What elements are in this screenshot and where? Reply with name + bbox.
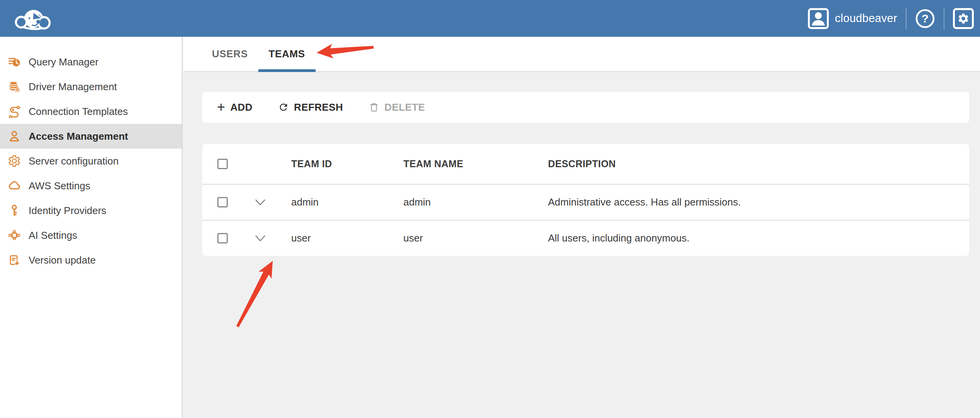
version-update-icon — [8, 254, 21, 267]
plus-icon: + — [217, 102, 225, 113]
table-header-row: TEAM ID TEAM NAME DESCRIPTION — [202, 144, 969, 185]
divider — [906, 8, 907, 29]
row-checkbox[interactable] — [217, 233, 228, 243]
column-header-team-name: TEAM NAME — [393, 158, 537, 170]
sidebar-item-connection-templates[interactable]: Connection Templates — [0, 99, 182, 124]
add-button-label: ADD — [230, 101, 253, 113]
user-avatar-icon — [808, 8, 829, 29]
connection-templates-icon — [8, 105, 21, 118]
delete-button-label: DELETE — [384, 101, 425, 113]
refresh-button[interactable]: REFRESH — [278, 101, 343, 113]
select-all-checkbox[interactable] — [217, 159, 228, 169]
main-content: USERS TEAMS + ADD REFRESH — [183, 37, 980, 418]
sidebar-item-label: Driver Management — [29, 81, 117, 93]
chevron-down-icon[interactable] — [254, 199, 280, 206]
identity-providers-icon — [8, 204, 21, 217]
user-name-label: cloudbeaver — [835, 12, 897, 25]
cloudbeaver-logo — [13, 3, 55, 34]
refresh-button-label: REFRESH — [294, 101, 343, 113]
sidebar-item-driver-management[interactable]: Driver Management — [0, 74, 182, 99]
cell-description: Administrative access. Has all permissio… — [537, 196, 969, 208]
cell-team-name: admin — [393, 196, 537, 208]
sidebar-item-label: Identity Providers — [29, 205, 106, 217]
cell-team-name: user — [393, 232, 537, 244]
sidebar-item-identity-providers[interactable]: Identity Providers — [0, 198, 182, 223]
trash-icon — [369, 102, 379, 113]
delete-button[interactable]: DELETE — [369, 101, 425, 113]
aws-settings-icon — [8, 179, 21, 192]
sidebar-item-server-configuration[interactable]: Server configuration — [0, 149, 182, 173]
sidebar-item-label: Version update — [29, 254, 96, 266]
sidebar-item-label: Access Management — [29, 130, 128, 142]
access-management-icon — [8, 130, 21, 143]
ai-settings-icon — [8, 229, 21, 242]
access-management-tabs: USERS TEAMS — [183, 37, 980, 72]
chevron-down-icon[interactable] — [254, 235, 280, 242]
help-icon[interactable]: ? — [915, 9, 935, 29]
cell-team-id: admin — [280, 196, 393, 208]
sidebar-item-access-management[interactable]: Access Management — [0, 124, 182, 149]
cell-team-id: user — [280, 232, 393, 244]
row-checkbox[interactable] — [217, 197, 228, 207]
sidebar-item-label: AWS Settings — [29, 180, 90, 192]
tab-teams[interactable]: TEAMS — [258, 37, 316, 71]
tab-teams-label: TEAMS — [269, 48, 305, 60]
driver-management-icon — [8, 80, 21, 93]
active-tab-underline — [258, 69, 316, 72]
add-button[interactable]: + ADD — [217, 101, 253, 113]
sidebar-item-label: Query Manager — [29, 56, 99, 68]
teams-toolbar: + ADD REFRESH DELETE — [202, 92, 969, 123]
sidebar-item-aws-settings[interactable]: AWS Settings — [0, 173, 182, 198]
user-menu[interactable]: cloudbeaver — [808, 8, 897, 29]
tab-users[interactable]: USERS — [201, 37, 258, 71]
sidebar-item-version-update[interactable]: Version update — [0, 248, 182, 272]
query-manager-icon — [8, 55, 21, 69]
server-configuration-icon — [8, 154, 21, 168]
column-header-description: DESCRIPTION — [537, 158, 969, 170]
refresh-icon — [278, 102, 289, 113]
sidebar-item-query-manager[interactable]: Query Manager — [0, 50, 182, 74]
top-app-bar: cloudbeaver ? — [0, 0, 980, 37]
svg-text:?: ? — [922, 12, 929, 25]
sidebar-item-ai-settings[interactable]: AI Settings — [0, 223, 182, 248]
table-row-admin[interactable]: admin admin Administrative access. Has a… — [202, 185, 969, 220]
cloudbeaver-logo-icon — [13, 3, 55, 34]
sidebar-item-label: AI Settings — [29, 230, 77, 242]
tab-users-label: USERS — [212, 48, 248, 60]
sidebar-item-label: Server configuration — [29, 155, 119, 167]
cell-description: All users, including anonymous. — [537, 232, 969, 244]
settings-gear-icon[interactable] — [953, 8, 974, 29]
sidebar-item-label: Connection Templates — [29, 106, 128, 118]
column-header-team-id: TEAM ID — [280, 158, 393, 170]
admin-sidebar: Query Manager Driver Management — [0, 37, 183, 418]
table-row-user[interactable]: user user All users, including anonymous… — [202, 220, 969, 256]
divider — [944, 8, 944, 29]
teams-table: TEAM ID TEAM NAME DESCRIPTION admin admi… — [202, 144, 969, 256]
